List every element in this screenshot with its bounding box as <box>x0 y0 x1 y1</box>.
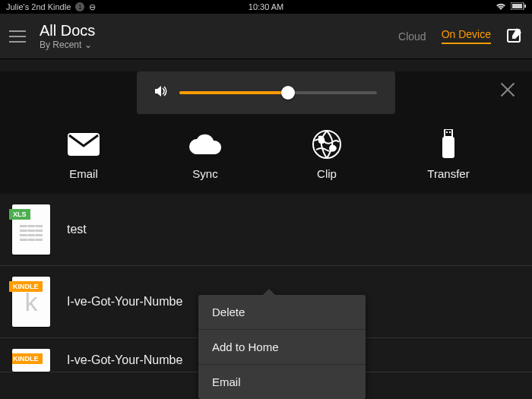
menu-icon[interactable] <box>9 30 26 43</box>
menu-item-email[interactable]: Email <box>198 365 366 399</box>
menu-item-delete[interactable]: Delete <box>198 295 366 330</box>
context-menu: Delete Add to Home Email <box>198 295 366 399</box>
action-email[interactable]: Email <box>42 129 125 180</box>
volume-panel <box>137 71 395 114</box>
wifi-icon <box>496 2 506 12</box>
doc-title: I-ve-Got-Your-Numbe <box>67 295 182 309</box>
cloud-icon <box>188 129 223 160</box>
globe-icon <box>312 129 341 160</box>
svg-rect-7 <box>446 131 448 133</box>
action-clip[interactable]: Clip <box>285 129 369 180</box>
sort-selector[interactable]: By Recent ⌄ <box>40 40 95 50</box>
svg-rect-8 <box>449 131 451 133</box>
tab-on-device[interactable]: On Device <box>442 28 491 44</box>
tab-cloud[interactable]: Cloud <box>398 30 426 43</box>
svg-rect-6 <box>445 129 452 137</box>
file-type-badge: KINDLE <box>12 353 43 364</box>
doc-thumbnail: KINDLE k <box>12 277 50 327</box>
svg-rect-2 <box>524 5 526 8</box>
quick-actions-overlay: Email Sync Clip Transfer <box>0 71 532 194</box>
list-item[interactable]: XLS test <box>0 194 532 266</box>
doc-title: I-ve-Got-Your-Numbe <box>67 353 182 367</box>
notification-count-badge: 1 <box>75 2 84 11</box>
status-time: 10:30 AM <box>249 2 283 11</box>
action-email-label: Email <box>69 167 98 180</box>
doc-thumbnail: XLS <box>12 204 50 255</box>
file-type-badge: KINDLE <box>9 281 43 292</box>
sort-label: By Recent <box>40 40 81 50</box>
status-bar: Julie's 2nd Kindle 1 ⊖ 10:30 AM <box>0 0 532 14</box>
page-title: All Docs <box>40 22 95 40</box>
usb-icon <box>441 129 456 160</box>
close-icon[interactable] <box>499 81 517 99</box>
volume-slider-thumb[interactable] <box>281 86 295 100</box>
doc-thumbnail: KINDLE <box>12 349 50 372</box>
device-name: Julie's 2nd Kindle <box>6 2 71 11</box>
menu-item-add-to-home[interactable]: Add to Home <box>198 330 366 365</box>
volume-slider-fill <box>179 91 288 94</box>
chevron-down-icon: ⌄ <box>84 40 92 50</box>
action-sync[interactable]: Sync <box>163 129 247 180</box>
email-icon <box>68 129 100 160</box>
action-sync-label: Sync <box>192 167 217 180</box>
svg-rect-1 <box>512 4 522 8</box>
compose-icon[interactable] <box>506 27 523 46</box>
action-transfer[interactable]: Transfer <box>407 129 490 180</box>
volume-slider[interactable] <box>179 91 377 94</box>
spreadsheet-icon <box>20 225 43 248</box>
dnd-icon: ⊖ <box>89 2 96 12</box>
svg-point-5 <box>313 131 340 158</box>
svg-rect-9 <box>442 137 454 158</box>
action-clip-label: Clip <box>317 167 337 180</box>
file-type-badge: XLS <box>9 209 30 220</box>
battery-icon <box>511 2 526 11</box>
doc-title: test <box>67 223 87 236</box>
action-transfer-label: Transfer <box>427 167 469 180</box>
volume-icon <box>155 85 169 100</box>
app-header: All Docs By Recent ⌄ Cloud On Device <box>0 14 532 59</box>
